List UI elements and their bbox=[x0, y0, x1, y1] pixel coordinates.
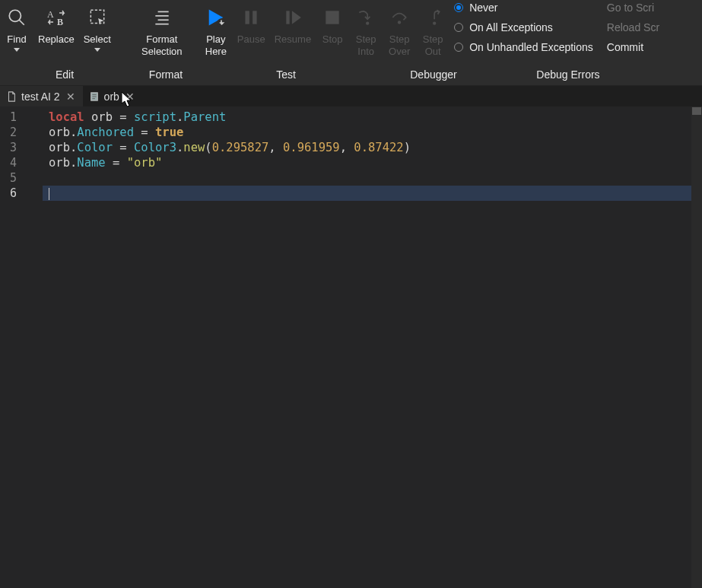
group-edit-label: Edit bbox=[0, 68, 129, 85]
tab-test-ai-2[interactable]: test AI 2 ✕ bbox=[0, 86, 83, 106]
code-line[interactable]: orb.Color = Color3.new(0.295827, 0.96195… bbox=[43, 140, 702, 155]
code-line[interactable] bbox=[43, 186, 702, 201]
pause-button: Pause bbox=[233, 2, 270, 46]
radio-on-unhandled-label: On Unhandled Exceptions bbox=[469, 41, 593, 53]
svg-rect-11 bbox=[253, 11, 256, 24]
close-icon[interactable]: ✕ bbox=[124, 91, 136, 103]
replace-icon: A B bbox=[46, 3, 67, 32]
play-icon bbox=[205, 3, 227, 32]
step-out-icon bbox=[423, 3, 443, 32]
reload-script-button: Reload Scr bbox=[607, 21, 659, 33]
stop-button: Stop bbox=[316, 2, 349, 46]
search-icon bbox=[7, 3, 27, 32]
play-here-button[interactable]: Play Here bbox=[199, 2, 233, 59]
format-icon bbox=[151, 3, 173, 32]
ribbon-toolbar: Find A B Replace Select bbox=[0, 0, 702, 68]
editor-tab-bar: test AI 2 ✕ orb ✕ bbox=[0, 85, 702, 106]
svg-rect-12 bbox=[286, 11, 289, 24]
script-file-icon bbox=[6, 91, 17, 102]
step-over-icon bbox=[389, 3, 409, 32]
svg-point-16 bbox=[433, 21, 436, 24]
svg-rect-13 bbox=[326, 11, 338, 24]
svg-point-14 bbox=[366, 21, 369, 24]
ribbon-right-actions: Go to Scri Reload Scr Commit bbox=[601, 2, 662, 53]
radio-icon bbox=[454, 3, 463, 12]
step-over-label: Step Over bbox=[389, 33, 410, 59]
commit-button[interactable]: Commit bbox=[607, 41, 659, 53]
select-label: Select bbox=[84, 33, 111, 46]
replace-button[interactable]: A B Replace bbox=[33, 2, 79, 46]
line-number: 4 bbox=[0, 155, 17, 170]
select-button[interactable]: Select bbox=[79, 2, 116, 52]
format-selection-button[interactable]: Format Selection bbox=[135, 2, 189, 59]
step-out-button: Step Out bbox=[416, 2, 449, 59]
radio-on-all-exceptions[interactable]: On All Exceptions bbox=[454, 21, 593, 33]
resume-button: Resume bbox=[270, 2, 316, 46]
line-number: 6 bbox=[0, 186, 17, 201]
dropdown-caret-icon bbox=[14, 48, 20, 52]
format-selection-label: Format Selection bbox=[141, 33, 182, 59]
radio-never[interactable]: Never bbox=[454, 2, 593, 14]
code-line[interactable] bbox=[43, 170, 702, 186]
go-to-script-button: Go to Scri bbox=[607, 2, 659, 14]
code-editor[interactable]: 123456 local orb = script.Parentorb.Anch… bbox=[0, 106, 702, 588]
step-into-icon bbox=[356, 3, 376, 32]
tab-orb[interactable]: orb ✕ bbox=[83, 86, 142, 106]
svg-rect-10 bbox=[246, 11, 249, 24]
debug-errors-group: Never On All Exceptions On Unhandled Exc… bbox=[449, 2, 601, 53]
radio-never-label: Never bbox=[469, 2, 497, 14]
svg-point-15 bbox=[398, 21, 401, 24]
find-label: Find bbox=[7, 33, 26, 46]
stop-icon bbox=[322, 3, 342, 32]
tab-label: test AI 2 bbox=[21, 91, 60, 103]
radio-on-unhandled-exceptions[interactable]: On Unhandled Exceptions bbox=[454, 41, 593, 53]
line-number-gutter: 123456 bbox=[0, 106, 43, 588]
line-number: 3 bbox=[0, 140, 17, 155]
step-out-label: Step Out bbox=[423, 33, 443, 59]
code-line[interactable]: orb.Name = "orb" bbox=[43, 155, 702, 170]
line-number: 5 bbox=[0, 170, 17, 186]
pause-label: Pause bbox=[237, 33, 265, 46]
line-number: 1 bbox=[0, 110, 17, 125]
script-file-icon bbox=[89, 91, 100, 102]
svg-text:A: A bbox=[47, 9, 54, 20]
code-line[interactable]: orb.Anchored = true bbox=[43, 125, 702, 140]
group-format-label: Format bbox=[129, 68, 202, 85]
line-number: 2 bbox=[0, 125, 17, 140]
code-line[interactable]: local orb = script.Parent bbox=[43, 110, 702, 125]
group-debugger-label: Debugger bbox=[370, 68, 497, 85]
select-icon bbox=[87, 3, 107, 32]
code-area[interactable]: local orb = script.Parentorb.Anchored = … bbox=[43, 106, 702, 588]
scrollbar-thumb[interactable] bbox=[692, 107, 701, 115]
pause-icon bbox=[241, 3, 261, 32]
group-debug-errors-label: Debug Errors bbox=[497, 68, 639, 85]
scrollbar-track[interactable] bbox=[691, 106, 702, 588]
svg-point-0 bbox=[9, 10, 21, 21]
ribbon-group-labels: Edit Format Test Debugger Debug Errors bbox=[0, 68, 702, 85]
tab-label: orb bbox=[104, 91, 119, 103]
radio-icon bbox=[454, 23, 463, 32]
svg-line-1 bbox=[19, 20, 24, 25]
play-here-label: Play Here bbox=[205, 33, 227, 59]
radio-icon bbox=[454, 43, 463, 52]
step-into-button: Step Into bbox=[349, 2, 383, 59]
step-into-label: Step Into bbox=[356, 33, 376, 59]
resume-label: Resume bbox=[275, 33, 311, 46]
radio-on-all-label: On All Exceptions bbox=[469, 21, 553, 33]
dropdown-caret-icon bbox=[94, 48, 100, 52]
find-button[interactable]: Find bbox=[0, 2, 33, 52]
step-over-button: Step Over bbox=[383, 2, 416, 59]
svg-text:B: B bbox=[57, 17, 63, 27]
close-icon[interactable]: ✕ bbox=[65, 91, 77, 103]
stop-label: Stop bbox=[322, 33, 343, 46]
group-test-label: Test bbox=[202, 68, 370, 85]
resume-icon bbox=[283, 3, 303, 32]
replace-label: Replace bbox=[38, 33, 75, 46]
